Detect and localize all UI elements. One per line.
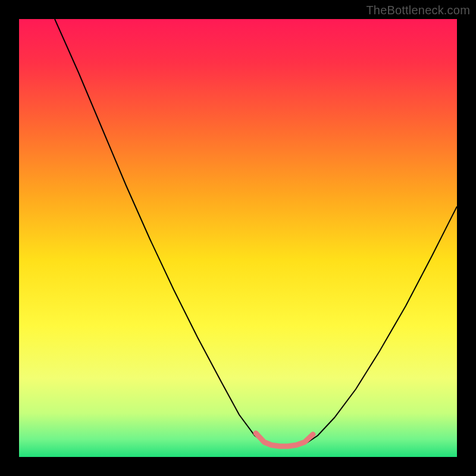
- left-curve: [55, 19, 265, 443]
- chart-frame: TheBottleneck.com: [0, 0, 476, 476]
- bottleneck-marker: [256, 433, 313, 446]
- right-curve: [307, 206, 457, 443]
- watermark-label: TheBottleneck.com: [366, 4, 470, 17]
- curve-overlay: [19, 19, 457, 457]
- plot-area: [19, 19, 457, 457]
